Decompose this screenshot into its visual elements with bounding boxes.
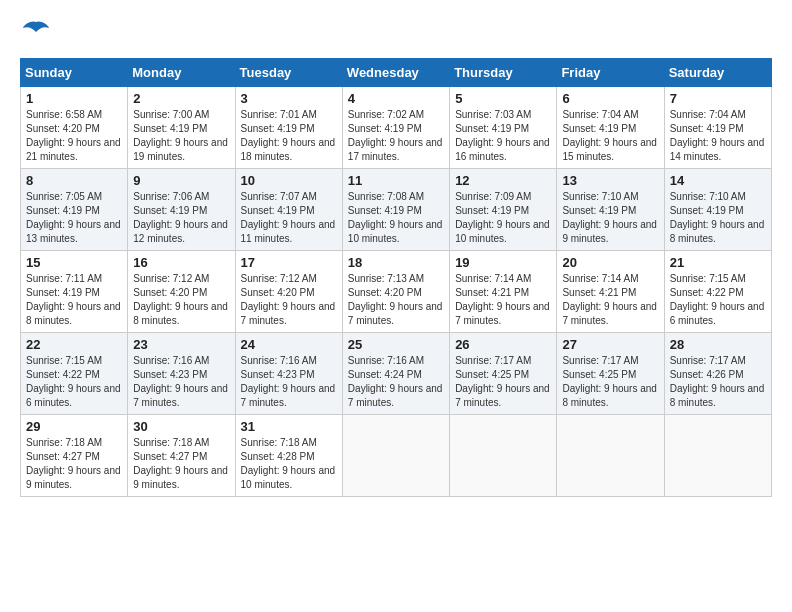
day-number: 9 [133, 173, 229, 188]
calendar-week: 29Sunrise: 7:18 AMSunset: 4:27 PMDayligh… [21, 415, 772, 497]
day-info: Sunrise: 7:05 AMSunset: 4:19 PMDaylight:… [26, 190, 122, 246]
calendar-cell: 13Sunrise: 7:10 AMSunset: 4:19 PMDayligh… [557, 169, 664, 251]
day-info: Sunrise: 7:15 AMSunset: 4:22 PMDaylight:… [670, 272, 766, 328]
day-info: Sunrise: 7:07 AMSunset: 4:19 PMDaylight:… [241, 190, 337, 246]
calendar-header: SundayMondayTuesdayWednesdayThursdayFrid… [21, 59, 772, 87]
day-number: 28 [670, 337, 766, 352]
day-info: Sunrise: 7:12 AMSunset: 4:20 PMDaylight:… [241, 272, 337, 328]
calendar-cell: 5Sunrise: 7:03 AMSunset: 4:19 PMDaylight… [450, 87, 557, 169]
calendar-cell: 6Sunrise: 7:04 AMSunset: 4:19 PMDaylight… [557, 87, 664, 169]
day-info: Sunrise: 7:04 AMSunset: 4:19 PMDaylight:… [562, 108, 658, 164]
day-info: Sunrise: 7:03 AMSunset: 4:19 PMDaylight:… [455, 108, 551, 164]
day-number: 2 [133, 91, 229, 106]
day-info: Sunrise: 7:16 AMSunset: 4:23 PMDaylight:… [133, 354, 229, 410]
day-number: 26 [455, 337, 551, 352]
day-info: Sunrise: 7:18 AMSunset: 4:28 PMDaylight:… [241, 436, 337, 492]
day-number: 13 [562, 173, 658, 188]
calendar-cell: 4Sunrise: 7:02 AMSunset: 4:19 PMDaylight… [342, 87, 449, 169]
day-info: Sunrise: 7:12 AMSunset: 4:20 PMDaylight:… [133, 272, 229, 328]
calendar-cell: 29Sunrise: 7:18 AMSunset: 4:27 PMDayligh… [21, 415, 128, 497]
calendar-cell: 14Sunrise: 7:10 AMSunset: 4:19 PMDayligh… [664, 169, 771, 251]
calendar-cell [557, 415, 664, 497]
calendar-cell: 12Sunrise: 7:09 AMSunset: 4:19 PMDayligh… [450, 169, 557, 251]
day-number: 14 [670, 173, 766, 188]
day-info: Sunrise: 7:17 AMSunset: 4:25 PMDaylight:… [562, 354, 658, 410]
weekday-header: Thursday [450, 59, 557, 87]
day-number: 18 [348, 255, 444, 270]
calendar-cell: 18Sunrise: 7:13 AMSunset: 4:20 PMDayligh… [342, 251, 449, 333]
day-info: Sunrise: 7:17 AMSunset: 4:25 PMDaylight:… [455, 354, 551, 410]
calendar-cell: 8Sunrise: 7:05 AMSunset: 4:19 PMDaylight… [21, 169, 128, 251]
day-info: Sunrise: 7:06 AMSunset: 4:19 PMDaylight:… [133, 190, 229, 246]
calendar-table: SundayMondayTuesdayWednesdayThursdayFrid… [20, 58, 772, 497]
calendar-cell: 9Sunrise: 7:06 AMSunset: 4:19 PMDaylight… [128, 169, 235, 251]
day-number: 12 [455, 173, 551, 188]
weekday-header: Tuesday [235, 59, 342, 87]
calendar-cell: 15Sunrise: 7:11 AMSunset: 4:19 PMDayligh… [21, 251, 128, 333]
day-info: Sunrise: 7:09 AMSunset: 4:19 PMDaylight:… [455, 190, 551, 246]
day-number: 1 [26, 91, 122, 106]
day-number: 23 [133, 337, 229, 352]
day-info: Sunrise: 7:14 AMSunset: 4:21 PMDaylight:… [562, 272, 658, 328]
day-number: 31 [241, 419, 337, 434]
day-number: 6 [562, 91, 658, 106]
day-number: 25 [348, 337, 444, 352]
calendar-week: 1Sunrise: 6:58 AMSunset: 4:20 PMDaylight… [21, 87, 772, 169]
day-number: 21 [670, 255, 766, 270]
day-info: Sunrise: 7:13 AMSunset: 4:20 PMDaylight:… [348, 272, 444, 328]
logo [20, 20, 50, 48]
weekday-header: Saturday [664, 59, 771, 87]
day-info: Sunrise: 7:11 AMSunset: 4:19 PMDaylight:… [26, 272, 122, 328]
day-number: 8 [26, 173, 122, 188]
day-number: 3 [241, 91, 337, 106]
calendar-cell: 22Sunrise: 7:15 AMSunset: 4:22 PMDayligh… [21, 333, 128, 415]
calendar-cell: 31Sunrise: 7:18 AMSunset: 4:28 PMDayligh… [235, 415, 342, 497]
calendar-cell: 10Sunrise: 7:07 AMSunset: 4:19 PMDayligh… [235, 169, 342, 251]
calendar-week: 15Sunrise: 7:11 AMSunset: 4:19 PMDayligh… [21, 251, 772, 333]
calendar-cell: 19Sunrise: 7:14 AMSunset: 4:21 PMDayligh… [450, 251, 557, 333]
day-info: Sunrise: 7:10 AMSunset: 4:19 PMDaylight:… [562, 190, 658, 246]
calendar-cell: 17Sunrise: 7:12 AMSunset: 4:20 PMDayligh… [235, 251, 342, 333]
day-number: 10 [241, 173, 337, 188]
calendar-cell [664, 415, 771, 497]
calendar-cell: 26Sunrise: 7:17 AMSunset: 4:25 PMDayligh… [450, 333, 557, 415]
bird-icon [22, 20, 50, 42]
day-number: 27 [562, 337, 658, 352]
day-number: 30 [133, 419, 229, 434]
day-number: 29 [26, 419, 122, 434]
day-info: Sunrise: 7:18 AMSunset: 4:27 PMDaylight:… [26, 436, 122, 492]
calendar-cell: 16Sunrise: 7:12 AMSunset: 4:20 PMDayligh… [128, 251, 235, 333]
day-info: Sunrise: 6:58 AMSunset: 4:20 PMDaylight:… [26, 108, 122, 164]
day-number: 19 [455, 255, 551, 270]
calendar-cell [342, 415, 449, 497]
day-info: Sunrise: 7:08 AMSunset: 4:19 PMDaylight:… [348, 190, 444, 246]
calendar-cell: 20Sunrise: 7:14 AMSunset: 4:21 PMDayligh… [557, 251, 664, 333]
day-number: 5 [455, 91, 551, 106]
day-number: 22 [26, 337, 122, 352]
day-number: 20 [562, 255, 658, 270]
day-number: 4 [348, 91, 444, 106]
page-header [20, 20, 772, 48]
calendar-cell: 11Sunrise: 7:08 AMSunset: 4:19 PMDayligh… [342, 169, 449, 251]
day-number: 11 [348, 173, 444, 188]
weekday-header: Monday [128, 59, 235, 87]
day-number: 24 [241, 337, 337, 352]
day-info: Sunrise: 7:02 AMSunset: 4:19 PMDaylight:… [348, 108, 444, 164]
day-info: Sunrise: 7:16 AMSunset: 4:23 PMDaylight:… [241, 354, 337, 410]
calendar-cell: 7Sunrise: 7:04 AMSunset: 4:19 PMDaylight… [664, 87, 771, 169]
day-number: 7 [670, 91, 766, 106]
calendar-week: 22Sunrise: 7:15 AMSunset: 4:22 PMDayligh… [21, 333, 772, 415]
day-info: Sunrise: 7:04 AMSunset: 4:19 PMDaylight:… [670, 108, 766, 164]
weekday-header: Friday [557, 59, 664, 87]
day-info: Sunrise: 7:16 AMSunset: 4:24 PMDaylight:… [348, 354, 444, 410]
calendar-cell: 28Sunrise: 7:17 AMSunset: 4:26 PMDayligh… [664, 333, 771, 415]
weekday-header: Sunday [21, 59, 128, 87]
day-info: Sunrise: 7:14 AMSunset: 4:21 PMDaylight:… [455, 272, 551, 328]
calendar-cell: 30Sunrise: 7:18 AMSunset: 4:27 PMDayligh… [128, 415, 235, 497]
calendar-cell: 21Sunrise: 7:15 AMSunset: 4:22 PMDayligh… [664, 251, 771, 333]
weekday-header: Wednesday [342, 59, 449, 87]
calendar-cell: 2Sunrise: 7:00 AMSunset: 4:19 PMDaylight… [128, 87, 235, 169]
day-info: Sunrise: 7:10 AMSunset: 4:19 PMDaylight:… [670, 190, 766, 246]
day-number: 15 [26, 255, 122, 270]
calendar-cell: 3Sunrise: 7:01 AMSunset: 4:19 PMDaylight… [235, 87, 342, 169]
